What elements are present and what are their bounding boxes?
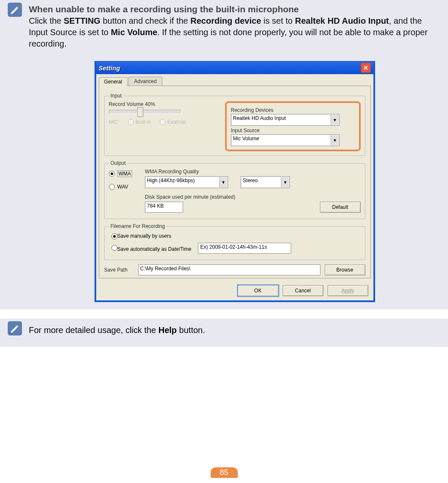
apply-button: Apply [328, 285, 368, 296]
window-title: Setting [99, 64, 120, 72]
record-volume-label: Record Volume 40% [109, 101, 219, 107]
input-group: Input Record Volume 40% MIC: Built-in Ex… [104, 93, 365, 156]
input-legend: Input [109, 93, 124, 99]
mic-external: External [167, 119, 186, 125]
channel-value: Stereo [243, 178, 258, 183]
quality-value: High (44Khz-96kbps) [147, 178, 195, 183]
filename-example: Ex) 2009-01-02-14h-43m-11s [198, 243, 291, 254]
radio-icon [109, 184, 115, 190]
mic-label: MIC: [109, 119, 120, 125]
radio-icon [128, 119, 134, 125]
save-path-value: C:\My Recorded Files\ [138, 264, 320, 275]
note-text: When unable to make a recording using th… [29, 3, 440, 302]
t: For more detailed usage, click the [29, 325, 159, 335]
cancel-button: Cancel [283, 285, 323, 296]
filename-group: Filename For Recording Save manually by … [104, 223, 365, 260]
t: is set to [261, 16, 295, 25]
quality-label: WMA Recording Quality [145, 169, 361, 175]
mic-builtin: Built-in [136, 119, 151, 125]
save-path-label: Save Path [104, 267, 134, 273]
input-source-label: Input Source [231, 128, 355, 133]
pencil-note-icon [8, 3, 24, 17]
radio-icon [111, 245, 117, 251]
t: button and check if the [100, 16, 190, 25]
titlebar: Setting [96, 61, 373, 74]
input-source-select: Mic Volume ▾ [231, 134, 339, 146]
note-block-2: For more detailed usage, click the Help … [0, 319, 448, 347]
close-icon [361, 63, 371, 73]
save-path-row: Save Path C:\My Recorded Files\ Browse [104, 264, 365, 275]
t: SETTING [64, 16, 100, 25]
highlighted-settings: Recording Devices Realtek HD Audio Input… [225, 101, 361, 151]
tab-advanced: Advanced [128, 77, 162, 86]
chevron-down-icon: ▾ [281, 177, 289, 187]
chevron-down-icon: ▾ [219, 177, 227, 187]
output-format-radios: WMA WAV [109, 170, 132, 190]
ok-button: OK [238, 285, 278, 296]
dialog-buttons: OK Cancel Apply [96, 283, 373, 300]
output-group: Output WMA WAV WMA Recording Quality [104, 160, 365, 219]
output-legend: Output [109, 160, 128, 166]
page-number: 85 [210, 467, 237, 478]
opt-wav: WAV [117, 184, 128, 190]
recording-devices-value: Realtek HD Audio Input [233, 115, 286, 121]
tab-general: General [99, 77, 128, 86]
t: Click the [29, 16, 64, 25]
recording-devices-label: Recording Devices [231, 107, 355, 113]
record-volume-slider [109, 110, 182, 114]
default-button: Default [320, 202, 361, 213]
note-block-1: When unable to make a recording using th… [0, 0, 448, 309]
note-title: When unable to make a recording using th… [29, 4, 440, 14]
channel-select: Stereo ▾ [241, 176, 290, 188]
slider-thumb [137, 108, 143, 117]
filename-opt2: Save automatically as Date/Time [117, 246, 192, 252]
radio-icon [160, 119, 166, 125]
pencil-note-icon [8, 321, 24, 336]
t: Recording device [190, 16, 261, 25]
t: Realtek HD Audio Input [295, 16, 389, 25]
page-number-badge: 85 [210, 467, 237, 478]
disk-label: Disk Space used per minute (estimated) [145, 194, 361, 200]
mic-row: MIC: Built-in External [109, 119, 219, 125]
radio-icon [111, 233, 117, 239]
disk-value: 784 KB [145, 202, 183, 213]
setting-dialog-screenshot: Setting General Advanced Input [95, 61, 375, 302]
chevron-down-icon: ▾ [331, 115, 339, 125]
filename-legend: Filename For Recording [109, 223, 167, 229]
note2-text: For more detailed usage, click the Help … [29, 321, 205, 339]
filename-opt1: Save manually by users [117, 233, 171, 239]
tab-strip: General Advanced [96, 74, 373, 86]
recording-devices-select: Realtek HD Audio Input ▾ [231, 114, 339, 126]
radio-icon [109, 171, 115, 177]
input-source-value: Mic Volume [233, 136, 259, 142]
chevron-down-icon: ▾ [331, 135, 339, 145]
t: Mic Volume [111, 28, 157, 37]
t: button. [177, 325, 205, 335]
opt-wma: WMA [117, 170, 132, 177]
browse-button: Browse [325, 264, 365, 275]
quality-select: High (44Khz-96kbps) ▾ [145, 176, 228, 188]
t: Help [159, 325, 177, 335]
